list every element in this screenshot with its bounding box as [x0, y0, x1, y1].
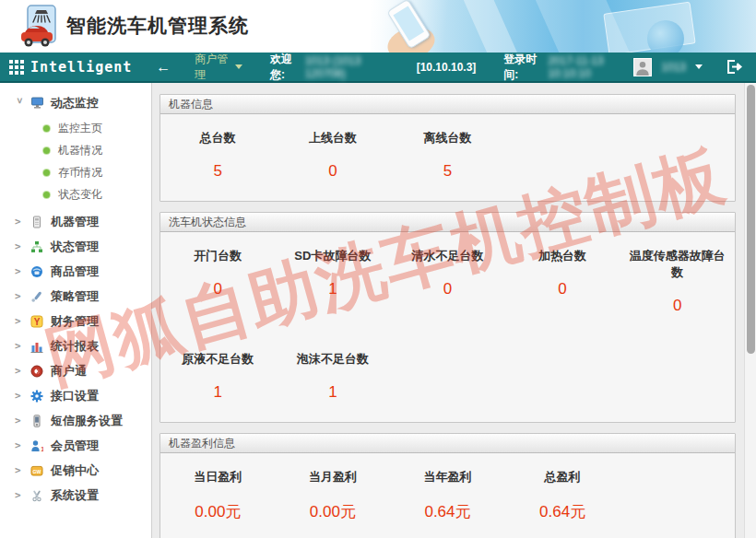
- sidebar-submenu: 监控主页 机器情况 存币情况 状态变化: [0, 115, 151, 209]
- stat-value: 1: [164, 383, 272, 402]
- sidebar-item-statistics-report[interactable]: > 统计报表: [0, 333, 151, 358]
- login-time: 登录时间: 2017-11-13 10:10:10: [503, 52, 633, 83]
- sidebar-item-label: 促销中心: [51, 462, 99, 479]
- stat-value: 0.00元: [164, 501, 272, 522]
- panel-machine-info: 机器信息 总台数 5 上线台数 0 离线台数 5: [159, 94, 736, 202]
- sidebar-subitem-label: 机器情况: [58, 143, 102, 158]
- strategy-icon: [30, 289, 44, 303]
- interface-gear-icon: [30, 389, 44, 403]
- logout-button[interactable]: [726, 60, 743, 74]
- stat-value: 5: [164, 162, 272, 181]
- stat-label: 当日盈利: [164, 469, 272, 485]
- sidebar-item-merchant-link[interactable]: > 商户通: [0, 358, 151, 383]
- sidebar-item-strategy-management[interactable]: > 策略管理: [0, 284, 151, 309]
- chevron-right-icon: >: [15, 365, 25, 377]
- brand-name: Intelligent: [30, 59, 132, 76]
- user-avatar[interactable]: [633, 58, 652, 76]
- sidebar-item-machine-management[interactable]: > 机器管理: [0, 209, 151, 234]
- member-icon: 1: [30, 439, 44, 452]
- header-banner-image: [371, 0, 756, 53]
- sidebar-item-label: 会员管理: [51, 438, 99, 454]
- content-scrollbar-track[interactable]: [744, 83, 756, 538]
- sidebar-item-label: 商户通: [51, 363, 87, 380]
- stat-profit-year: 当年盈利 0.64元: [390, 453, 505, 538]
- stat-value: 0: [394, 280, 502, 298]
- sidebar-item-status-management[interactable]: > 状态管理: [0, 234, 151, 259]
- sidebar-item-label: 短信服务设置: [51, 413, 123, 429]
- carwash-logo-icon: [20, 5, 59, 49]
- green-dot-icon: [43, 170, 50, 176]
- stat-value: 0: [623, 297, 731, 315]
- stat-online-machines: 上线台数 0: [276, 114, 391, 201]
- stat-label: 原液不足台数: [164, 351, 272, 368]
- sidebar-item-label: 财务管理: [51, 313, 99, 330]
- merchant-management-menu[interactable]: 商户管理: [195, 52, 242, 83]
- merchant-management-label: 商户管理: [195, 52, 230, 83]
- ip-address: [10.10.10.3]: [417, 61, 477, 74]
- sidebar-item-sms-settings[interactable]: > 短信服务设置: [0, 408, 151, 433]
- chevron-right-icon: >: [15, 265, 25, 277]
- chevron-right-icon: >: [15, 415, 25, 427]
- chevron-right-icon: >: [15, 390, 25, 402]
- sidebar-item-label: 机器管理: [51, 214, 99, 230]
- stat-label: 上线台数: [279, 130, 387, 146]
- top-navbar: Intelligent ← 商户管理 欢迎您: 1013 (1013 12070…: [0, 53, 756, 83]
- user-dropdown-chevron-icon[interactable]: [695, 64, 703, 69]
- sidebar-item-dynamic-monitoring[interactable]: > 动态监控: [0, 90, 151, 115]
- sidebar-item-label: 动态监控: [51, 95, 99, 111]
- stat-value: 0.64元: [394, 501, 502, 522]
- sidebar-item-interface-settings[interactable]: > 接口设置: [0, 383, 151, 408]
- stat-heating: 加热台数 0: [505, 232, 620, 335]
- username-blurred[interactable]: 1013: [661, 61, 686, 74]
- status-icon: [30, 240, 44, 253]
- chevron-right-icon: >: [15, 315, 25, 327]
- stat-value: 0: [279, 162, 387, 181]
- sidebar-subitem-machine-status[interactable]: 机器情况: [0, 139, 151, 161]
- stat-label: 加热台数: [509, 248, 617, 264]
- chevron-right-icon: >: [15, 439, 25, 451]
- stats-grid: 总台数 5 上线台数 0 离线台数 5: [160, 114, 735, 201]
- panel-washer-status: 洗车机状态信息 开门台数 0 SD卡故障台数 1 清水不足台数 0: [159, 212, 736, 423]
- svg-text:GW: GW: [33, 468, 41, 474]
- report-icon: [30, 339, 44, 353]
- stat-temp-sensor-fault: 温度传感器故障台数 0: [620, 232, 735, 335]
- page-header: 智能洗车机管理系统: [0, 0, 756, 53]
- content-scrollbar-thumb[interactable]: [747, 85, 755, 354]
- stat-label: 当年盈利: [394, 469, 502, 485]
- sidebar-item-label: 策略管理: [51, 288, 99, 305]
- sidebar-subitem-label: 状态变化: [58, 187, 102, 203]
- sidebar-item-finance-management[interactable]: > Y 财务管理: [0, 309, 151, 333]
- panel-title: 机器信息: [160, 95, 735, 114]
- chevron-right-icon: >: [15, 240, 25, 252]
- stat-value: 1: [279, 280, 387, 298]
- sidebar-item-label: 系统设置: [51, 487, 99, 504]
- stat-liquid-low: 原液不足台数 1: [160, 335, 276, 422]
- sidebar-subitem-coin-status[interactable]: 存币情况: [0, 161, 151, 183]
- stat-value: 0.00元: [279, 501, 387, 522]
- stat-label: 总盈利: [509, 469, 617, 485]
- sidebar-subitem-state-change[interactable]: 状态变化: [0, 183, 151, 205]
- stat-label: 温度传感器故障台数: [623, 248, 731, 281]
- sidebar-item-member-management[interactable]: > 1 会员管理: [0, 433, 151, 458]
- stat-label: 当月盈利: [279, 469, 387, 485]
- chevron-down-icon: [235, 64, 242, 69]
- user-area: 1013: [633, 58, 743, 76]
- sidebar-subitem-monitor-home[interactable]: 监控主页: [0, 117, 151, 139]
- collapse-sidebar-arrow[interactable]: ←: [156, 59, 171, 76]
- banner-globe-shape: [647, 20, 684, 53]
- login-time-value-blurred: 2017-11-13 10:10:10: [548, 54, 633, 80]
- welcome-value-blurred: 1013 (1013 120708): [305, 54, 389, 80]
- login-time-label: 登录时间:: [503, 52, 544, 83]
- content-area: 机器信息 总台数 5 上线台数 0 离线台数 5: [152, 83, 756, 538]
- sidebar-item-product-management[interactable]: > 商品管理: [0, 259, 151, 284]
- green-dot-icon: [43, 192, 50, 198]
- sidebar-item-system-settings[interactable]: > 系统设置: [0, 483, 151, 508]
- stat-total-machines: 总台数 5: [160, 114, 276, 201]
- welcome-info: 欢迎您: 1013 (1013 120708): [270, 52, 389, 83]
- machine-icon: [30, 215, 44, 228]
- sidebar-item-promotion-center[interactable]: > GW 促销中心: [0, 458, 151, 483]
- sidebar-item-label: 商品管理: [51, 263, 99, 280]
- stat-label: 泡沫不足台数: [279, 351, 387, 368]
- sms-phone-icon: [30, 414, 44, 427]
- sidebar-subitem-label: 监控主页: [58, 121, 102, 136]
